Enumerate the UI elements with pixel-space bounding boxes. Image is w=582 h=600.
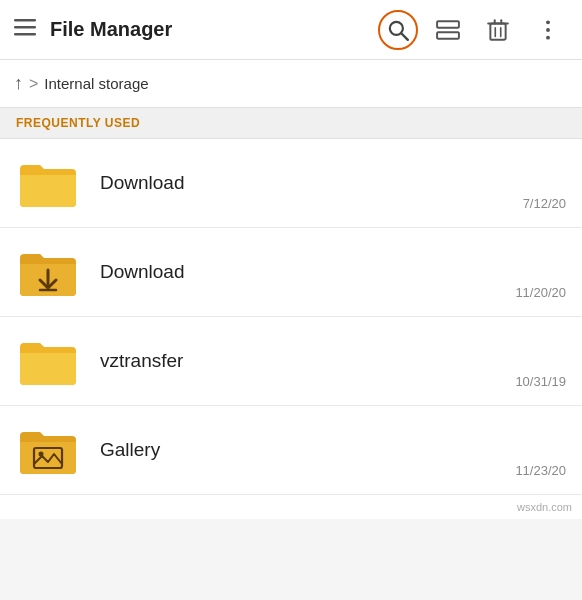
breadcrumb-path: Internal storage (44, 75, 148, 92)
delete-button[interactable] (478, 10, 518, 50)
list-item[interactable]: vztransfer 10/31/19 (0, 317, 582, 406)
breadcrumb-separator: > (29, 75, 38, 93)
svg-rect-2 (14, 33, 36, 36)
svg-rect-1 (14, 26, 36, 29)
view-toggle-button[interactable] (428, 10, 468, 50)
svg-point-14 (546, 28, 550, 32)
more-options-button[interactable] (528, 10, 568, 50)
folder-icon-plain (16, 153, 80, 213)
app-header: File Manager (0, 0, 582, 60)
svg-line-4 (401, 33, 407, 39)
file-name: Download (100, 261, 505, 283)
section-label: FREQUENTLY USED (0, 108, 582, 139)
file-list: Download 7/12/20 Download 11/20/20 (0, 139, 582, 495)
list-item[interactable]: Download 11/20/20 (0, 228, 582, 317)
svg-rect-0 (14, 19, 36, 22)
svg-rect-6 (437, 32, 459, 39)
file-name: Gallery (100, 439, 505, 461)
file-date: 10/31/19 (515, 374, 566, 391)
file-info: Gallery (100, 439, 505, 461)
svg-point-15 (546, 35, 550, 39)
svg-rect-5 (437, 21, 459, 28)
app-title: File Manager (50, 18, 378, 41)
list-item[interactable]: Download 7/12/20 (0, 139, 582, 228)
file-date: 11/20/20 (515, 285, 566, 302)
file-info: Download (100, 261, 505, 283)
header-actions (378, 10, 568, 50)
file-date: 7/12/20 (523, 196, 566, 213)
file-info: Download (100, 172, 513, 194)
menu-icon[interactable] (14, 16, 36, 44)
svg-rect-7 (490, 23, 505, 39)
file-name: Download (100, 172, 513, 194)
svg-point-13 (546, 20, 550, 24)
folder-icon-download (16, 242, 80, 302)
file-name: vztransfer (100, 350, 505, 372)
back-button[interactable]: ↑ (14, 73, 23, 94)
watermark: wsxdn.com (0, 495, 582, 519)
folder-icon-gallery (16, 420, 80, 480)
breadcrumb: ↑ > Internal storage (0, 60, 582, 108)
folder-icon-vztransfer (16, 331, 80, 391)
list-item[interactable]: Gallery 11/23/20 (0, 406, 582, 495)
file-info: vztransfer (100, 350, 505, 372)
file-date: 11/23/20 (515, 463, 566, 480)
search-button[interactable] (378, 10, 418, 50)
